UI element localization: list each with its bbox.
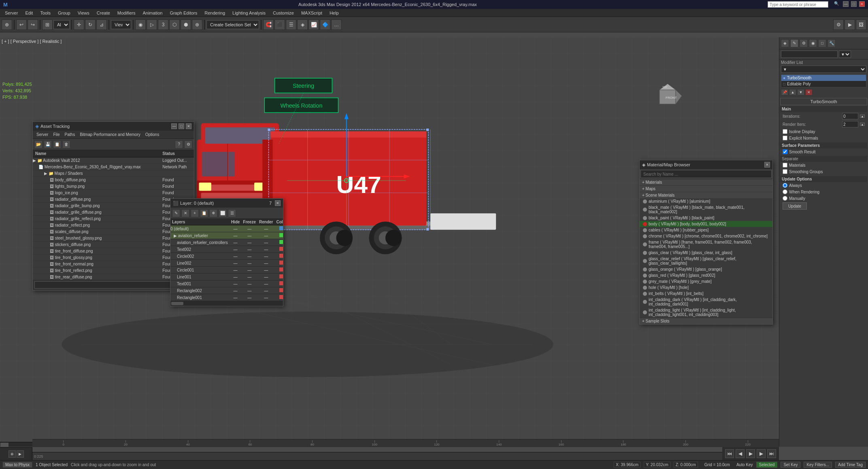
- hierarchy-icon[interactable]: ⚙: [800, 39, 808, 47]
- scrollbar-thumb[interactable]: [0, 443, 9, 447]
- menu-tools[interactable]: Tools: [37, 10, 54, 16]
- asset-tool-3[interactable]: 📋: [53, 140, 61, 149]
- toolbar-btn-8[interactable]: ⬡: [169, 19, 180, 30]
- asset-panel-minimize[interactable]: —: [171, 123, 177, 129]
- isoline-checkbox[interactable]: [783, 129, 787, 134]
- set-key-btn[interactable]: Set Key: [781, 462, 800, 468]
- toolbar-select-obj[interactable]: ⊕: [2, 19, 12, 30]
- layer-tool-copy[interactable]: 📋: [200, 209, 208, 217]
- layer-row[interactable]: Circle001 — — —: [170, 267, 283, 274]
- toolbar-btn-10[interactable]: ⊕: [192, 19, 202, 30]
- material-item[interactable]: black_mate ( VRayMtl ) [black_mate, blac…: [640, 204, 772, 215]
- toolbar-snap[interactable]: 🧲: [263, 19, 274, 30]
- toolbar-curve-editor[interactable]: 📈: [308, 19, 319, 30]
- material-item[interactable]: chrome ( VRayMtl ) [chrome, chrome001, c…: [640, 233, 772, 239]
- search-icon[interactable]: 🔍: [834, 1, 839, 8]
- toolbar-btn-9[interactable]: ⬢: [181, 19, 191, 30]
- material-item[interactable]: int_cladding_dark ( VRayMtl ) [int_cladd…: [640, 297, 772, 307]
- menu-customize[interactable]: Customize: [270, 10, 297, 16]
- manually-radio[interactable]: [783, 196, 787, 201]
- material-item[interactable]: grey_mate ( VRayMtl ) [grey_mate]: [640, 278, 772, 284]
- asset-row[interactable]: 🖼 lights_bump.pngFound: [33, 183, 194, 190]
- update-button[interactable]: Update: [783, 202, 807, 210]
- key-filters-btn[interactable]: Key Filters...: [804, 462, 832, 468]
- toolbar-scale[interactable]: ⊿: [96, 19, 107, 30]
- toolbar-rotate[interactable]: ↻: [85, 19, 96, 30]
- menu-maxscript[interactable]: MAXScript: [298, 10, 326, 16]
- search-input[interactable]: [768, 1, 828, 8]
- material-item[interactable]: int_belts ( VRayMtl ) [int_belts]: [640, 291, 772, 297]
- asset-row[interactable]: 📄 Mercedes-Benz_Econic_2630_6x4_Rigged_v…: [33, 164, 194, 170]
- mod-down-btn[interactable]: ▼: [797, 89, 804, 95]
- menu-group[interactable]: Group: [55, 10, 74, 16]
- scene-materials-section[interactable]: + Scene Materials: [640, 192, 772, 198]
- material-item[interactable]: glass_clear_relief ( VRayMtl ) [glass_cl…: [640, 256, 772, 266]
- maximize-button[interactable]: □: [851, 1, 857, 7]
- display-icon[interactable]: □: [818, 39, 826, 47]
- modifier-list-dropdown[interactable]: ▼: [781, 66, 866, 73]
- menu-create[interactable]: Create: [94, 10, 113, 16]
- material-item[interactable]: cables ( VRayMtl ) [rubber_pipes]: [640, 227, 772, 233]
- asset-menu-server[interactable]: Server: [34, 132, 50, 137]
- materials-section[interactable]: + Materials: [640, 179, 772, 185]
- render-iters-spinner-up[interactable]: ▲: [860, 123, 865, 126]
- toolbar-undo[interactable]: ↩: [16, 19, 27, 30]
- asset-tool-settings[interactable]: ⚙: [184, 140, 192, 149]
- material-item[interactable]: body ( VRayMtl ) [body, body001, body002…: [640, 221, 772, 227]
- modifier-editable-poly[interactable]: □ Editable Poly: [781, 81, 866, 87]
- toolbar-mirror[interactable]: ⬛: [274, 19, 285, 30]
- maps-section[interactable]: + Maps: [640, 185, 772, 192]
- toolbar-render[interactable]: ▶: [845, 19, 855, 30]
- toolbar-schematic[interactable]: 🔷: [320, 19, 330, 30]
- asset-search-input[interactable]: [34, 281, 192, 289]
- iterations-spinner-up[interactable]: ▲: [860, 115, 865, 118]
- layer-tool-add[interactable]: +: [191, 209, 199, 217]
- toolbar-btn-5[interactable]: ◉: [135, 19, 146, 30]
- ref-coord-dropdown[interactable]: View: [111, 20, 131, 29]
- toolbar-btn-7[interactable]: 3: [158, 19, 168, 30]
- asset-tool-help[interactable]: ?: [175, 140, 183, 149]
- coord-btn-2[interactable]: ▶: [17, 450, 24, 458]
- material-item[interactable]: glass_red ( VRayMtl ) [glass_red002]: [640, 272, 772, 278]
- material-item[interactable]: black_paint ( VRayMtl ) [black_paint]: [640, 215, 772, 221]
- materials-checkbox[interactable]: [783, 163, 787, 168]
- mod-delete-btn[interactable]: ✕: [805, 89, 813, 95]
- menu-rendering[interactable]: Rendering: [201, 10, 228, 16]
- asset-menu-options[interactable]: Options: [143, 132, 161, 137]
- menu-lighting-analysis[interactable]: Lighting Analysis: [229, 10, 269, 16]
- asset-row[interactable]: ▶ 📁 Maps / Shaders: [33, 170, 194, 177]
- asset-tool-2[interactable]: 💾: [44, 140, 52, 149]
- layer-tool-freeze[interactable]: ❄: [209, 209, 217, 217]
- asset-row[interactable]: 🖼 logo_ice.pngFound: [33, 190, 194, 196]
- next-frame-btn[interactable]: ⏭: [767, 449, 776, 458]
- asset-menu-paths[interactable]: Paths: [63, 132, 77, 137]
- toolbar-render-frame[interactable]: 🖼: [856, 19, 866, 30]
- smoothing-groups-checkbox[interactable]: [783, 169, 787, 174]
- layer-row[interactable]: Text001 — — —: [170, 280, 283, 287]
- layer-tool-edit[interactable]: ✎: [172, 209, 180, 217]
- play-btn[interactable]: ▶: [746, 449, 755, 458]
- asset-menu-bitmap[interactable]: Bitmap Performance and Memory: [78, 132, 143, 137]
- modify-icon[interactable]: ✎: [790, 39, 798, 47]
- layer-row[interactable]: Line002 — — —: [170, 260, 283, 267]
- toolbar-material[interactable]: ◈: [297, 19, 308, 30]
- layer-row[interactable]: Rectangle001 — — —: [170, 294, 283, 301]
- toolbar-more[interactable]: …: [331, 19, 342, 30]
- layer-row[interactable]: Rectangle002 — — —: [170, 287, 283, 294]
- prev-frame-btn[interactable]: ⏮: [725, 449, 734, 458]
- material-item[interactable]: frame ( VRayMtl ) [frame, frame001, fram…: [640, 239, 772, 250]
- layer-row[interactable]: ▶ aviation_refueler — — —: [170, 232, 283, 239]
- iterations-input[interactable]: [842, 113, 858, 119]
- smooth-result-checkbox[interactable]: [783, 149, 787, 154]
- modifier-turbosmoothh[interactable]: ● TurboSmooth: [781, 75, 866, 81]
- material-item[interactable]: glass_orange ( VRayMtl ) [glass_orange]: [640, 266, 772, 272]
- material-item[interactable]: int_cladding_light ( VRayMtl ) [int_clad…: [640, 307, 772, 318]
- menu-graph-editors[interactable]: Graph Editors: [166, 10, 200, 16]
- asset-panel-restore[interactable]: □: [179, 123, 184, 129]
- mod-pin-btn[interactable]: 📌: [781, 89, 788, 95]
- selection-filter-dropdown[interactable]: All: [53, 20, 70, 29]
- explicit-normals-checkbox[interactable]: [783, 136, 787, 140]
- menu-animation[interactable]: Animation: [139, 10, 166, 16]
- layer-tool-delete[interactable]: ✕: [181, 209, 189, 217]
- object-type-dropdown[interactable]: ▼: [839, 51, 851, 58]
